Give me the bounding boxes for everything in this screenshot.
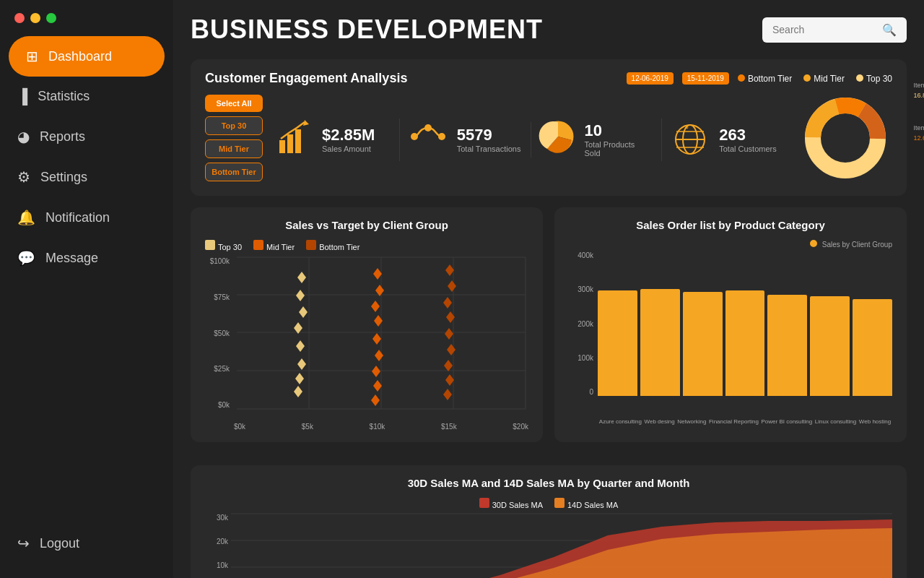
legend-14d: 14D Sales MA (554, 498, 618, 509)
settings-icon: ⚙ (17, 168, 30, 186)
search-icon: 🔍 (882, 23, 897, 37)
metrics-container: $2.85M Sales Amount (269, 95, 793, 184)
scatter-svg (234, 257, 528, 409)
sales-amount-icon (277, 118, 313, 161)
bar-chart-card: Sales Order list by Product Category Sal… (554, 207, 907, 442)
bar-chart-area: 400k300k200k100k0 Azure consulting Web d… (569, 251, 892, 425)
products-value: 10 (585, 121, 653, 140)
scatter-y-labels: $100k$75k$50k$25k$0k (205, 257, 232, 409)
engagement-legend: Bottom Tier Mid Tier Top 30 (738, 74, 892, 84)
logout-icon: ↪ (17, 535, 30, 552)
sidebar-label-logout: Logout (40, 536, 79, 551)
svg-marker-40 (372, 333, 381, 345)
sales-amount-label: Sales Amount (322, 144, 375, 153)
customers-data: 263 Total Customers (719, 126, 776, 153)
legend-bottomtier-scatter: Bottom Tier (306, 240, 359, 251)
svg-marker-33 (297, 358, 306, 370)
ma-y-labels: 30k20k10k0k (205, 514, 228, 578)
traffic-light-green (46, 13, 56, 23)
bar-linux (810, 296, 850, 396)
filter-mid-tier[interactable]: Mid Tier (205, 139, 263, 158)
svg-rect-0 (279, 140, 285, 153)
svg-marker-38 (371, 301, 380, 312)
scatter-title: Sales vs Target by Client Group (205, 219, 528, 231)
sidebar-item-dashboard[interactable]: ⊞ Dashboard (9, 36, 165, 77)
svg-marker-32 (296, 340, 305, 352)
donut-chart: Item 116.8% Item 312.6% Item 220.5% (798, 95, 892, 184)
sidebar-item-reports[interactable]: ◕ Reports (0, 116, 173, 157)
traffic-lights (0, 0, 173, 36)
svg-marker-43 (373, 380, 382, 392)
scatter-legend: Top 30 Mid Tier Bottom Tier (205, 240, 528, 251)
bar-powerbi (767, 295, 807, 396)
reports-icon: ◕ (17, 128, 30, 145)
filter-top30[interactable]: Top 30 (205, 116, 263, 135)
legend-30d: 30D Sales MA (479, 498, 543, 509)
customers-value: 263 (719, 126, 776, 144)
svg-marker-28 (297, 272, 306, 283)
svg-marker-35 (294, 386, 302, 397)
bar-legend: Sales by Client Group (569, 240, 892, 249)
legend-midtier-scatter: Mid Tier (253, 240, 295, 251)
sales-amount-data: $2.85M Sales Amount (322, 126, 375, 153)
svg-rect-1 (287, 134, 293, 153)
notification-icon: 🔔 (17, 209, 35, 226)
ma-chart-card: 30D Sales MA and 14D Sales MA by Quarter… (191, 465, 907, 578)
sidebar-item-statistics[interactable]: ▐ Statistics (0, 77, 173, 116)
svg-point-18 (824, 116, 867, 160)
sidebar-item-logout[interactable]: ↪ Logout (0, 523, 173, 564)
sidebar-label-message: Message (45, 251, 98, 266)
svg-marker-45 (445, 264, 454, 276)
svg-marker-42 (372, 366, 380, 377)
ma-svg (231, 514, 892, 578)
svg-rect-2 (295, 129, 301, 153)
svg-text:$: $ (685, 124, 689, 130)
products-icon (540, 118, 576, 161)
metric-customers: $ 263 Total Customers (662, 120, 793, 159)
customers-label: Total Customers (719, 144, 776, 153)
legend-top30-scatter: Top 30 (205, 240, 242, 251)
dashboard-icon: ⊞ (26, 48, 38, 65)
page-title: BUSINESS DEVELOPMENT (191, 14, 543, 45)
svg-marker-49 (445, 328, 453, 340)
donut-labels: Item 116.8% Item 312.6% (913, 80, 924, 144)
transactions-value: 5579 (457, 126, 521, 144)
products-data: 10 Total Products Sold (585, 121, 653, 158)
bar-webdesign (640, 289, 680, 396)
bar-azure (598, 290, 637, 396)
svg-marker-50 (447, 344, 456, 355)
customers-icon: $ (671, 120, 710, 159)
search-bar[interactable]: 🔍 (762, 17, 907, 43)
filter-select-all[interactable]: Select All (205, 95, 263, 112)
svg-marker-46 (448, 280, 456, 292)
sidebar-label-settings: Settings (40, 170, 87, 185)
transactions-data: 5579 Total Transactions (457, 126, 521, 153)
sidebar-item-notification[interactable]: 🔔 Notification (0, 197, 173, 238)
metric-transactions: 5579 Total Transactions (400, 122, 531, 158)
search-input[interactable] (772, 24, 876, 35)
sidebar-label-notification: Notification (45, 210, 110, 225)
traffic-light-yellow (30, 13, 40, 23)
svg-marker-52 (445, 374, 454, 386)
sidebar: ⊞ Dashboard ▐ Statistics ◕ Reports ⚙ Set… (0, 0, 173, 578)
svg-marker-44 (371, 394, 380, 406)
sales-amount-value: $2.85M (322, 126, 375, 144)
filter-bottom-tier[interactable]: Bottom Tier (205, 163, 263, 181)
main-content: BUSINESS DEVELOPMENT 🔍 Customer Engageme… (173, 0, 924, 578)
products-label: Total Products Sold (585, 140, 653, 158)
legend-top30: Top 30 (856, 74, 892, 84)
svg-marker-3 (303, 120, 309, 126)
charts-row: Sales vs Target by Client Group Top 30 M… (191, 207, 907, 454)
ma-legend: 30D Sales MA 14D Sales MA (205, 498, 892, 509)
ma-chart-title: 30D Sales MA and 14D Sales MA by Quarter… (205, 477, 892, 489)
sidebar-item-message[interactable]: 💬 Message (0, 238, 173, 278)
bar-x-labels: Azure consulting Web desing Networking F… (598, 418, 892, 425)
statistics-icon: ▐ (17, 88, 27, 105)
sidebar-label-dashboard: Dashboard (48, 49, 112, 64)
metric-sales-amount: $2.85M Sales Amount (269, 118, 400, 161)
scatter-chart-card: Sales vs Target by Client Group Top 30 M… (191, 207, 543, 442)
filter-buttons: Select All Top 30 Mid Tier Bottom Tier (205, 95, 263, 184)
sidebar-item-settings[interactable]: ⚙ Settings (0, 157, 173, 197)
svg-marker-41 (375, 350, 383, 361)
legend-mid-tier: Mid Tier (803, 74, 845, 84)
